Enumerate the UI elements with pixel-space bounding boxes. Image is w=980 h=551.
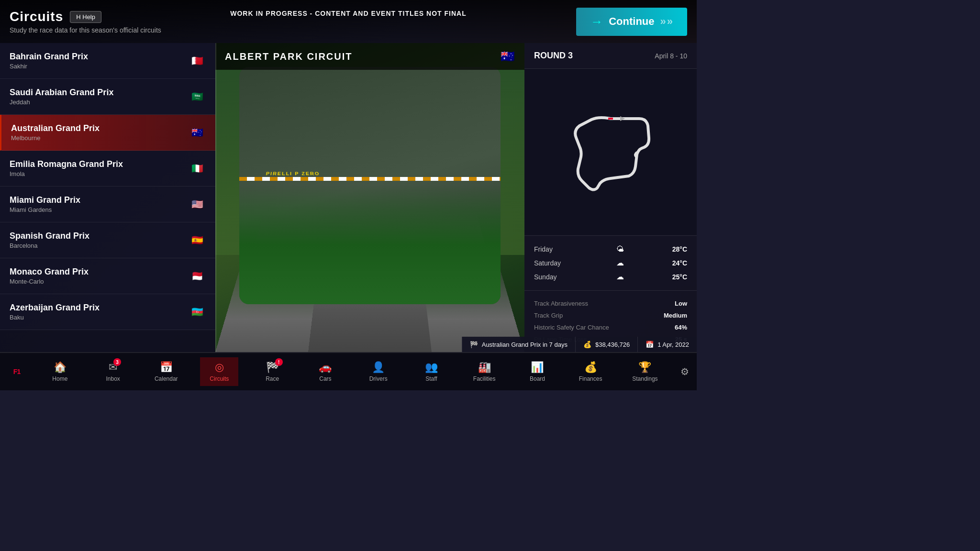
circuit-flag-bahrain: 🇧🇭 <box>189 55 206 66</box>
circuit-image-section: ALBERT PARK CIRCUIT 🇦🇺 <box>215 43 524 352</box>
page-subtitle: Study the race data for this season's of… <box>10 26 161 34</box>
circuit-location-emilia: Imola <box>10 170 189 177</box>
divider <box>215 43 216 352</box>
nav-label-drivers: Drivers <box>369 375 388 382</box>
nav-item-standings[interactable]: 🏆 Standings <box>624 357 665 386</box>
circuit-flag-emilia: 🇮🇹 <box>189 163 206 174</box>
circuit-country-flag: 🇦🇺 <box>501 50 515 63</box>
status-bar: 🏁 Australian Grand Prix in 7 days 💰 $38,… <box>462 337 697 352</box>
circuit-flag-monaco: 🇲🇨 <box>189 270 206 282</box>
event-icon: 🏁 <box>470 341 478 348</box>
wip-notice: WORK IN PROGRESS - CONTENT AND EVENT TIT… <box>230 10 466 17</box>
nav-icon-calendar: 📅 <box>160 361 173 374</box>
bottom-nav: F1 🏠 Home ✉ 3 Inbox 📅 Calendar ◎ <box>0 352 697 390</box>
continue-arrow-icon: → <box>590 14 603 29</box>
nav-item-facilities[interactable]: 🏭 Facilities <box>465 357 503 386</box>
f1-logo: F1 <box>0 368 33 375</box>
nav-icon-board: 📊 <box>531 361 544 374</box>
circuit-item-emilia[interactable]: Emilia Romagna Grand Prix Imola 🇮🇹 <box>0 151 215 187</box>
circuit-name-emilia: Emilia Romagna Grand Prix <box>10 159 189 169</box>
circuit-location-australia: Melbourne <box>11 134 189 142</box>
circuit-item-miami[interactable]: Miami Grand Prix Miami Gardens 🇺🇸 <box>0 187 215 222</box>
nav-icon-cars: 🚗 <box>319 361 332 374</box>
nav-label-home: Home <box>52 375 67 382</box>
circuit-flag-miami: 🇺🇸 <box>189 198 206 210</box>
circuit-item-saudi[interactable]: Saudi Arabian Grand Prix Jeddah 🇸🇦 <box>0 79 215 115</box>
friday-label: Friday <box>534 245 572 253</box>
nav-item-inbox[interactable]: ✉ 3 Inbox <box>94 357 132 386</box>
circuit-name-spanish: Spanish Grand Prix <box>10 231 189 241</box>
circuit-info-saudi: Saudi Arabian Grand Prix Jeddah <box>10 88 189 106</box>
weather-section: Friday 🌤 28°C Saturday ☁ 24°C Sunday ☁ 2… <box>524 235 697 290</box>
circuit-info-emilia: Emilia Romagna Grand Prix Imola <box>10 159 189 177</box>
nav-settings-button[interactable]: ⚙ <box>673 366 697 377</box>
nav-items: 🏠 Home ✉ 3 Inbox 📅 Calendar ◎ Circuits <box>33 357 673 386</box>
status-event: 🏁 Australian Grand Prix in 7 days <box>462 337 575 352</box>
circuit-info-spanish: Spanish Grand Prix Barcelona <box>10 231 189 249</box>
circuit-location-spanish: Barcelona <box>10 242 189 249</box>
circuit-name-australia: Australian Grand Prix <box>11 123 189 133</box>
circuit-location-azerbaijan: Baku <box>10 314 189 321</box>
nav-item-drivers[interactable]: 👤 Drivers <box>359 357 398 386</box>
help-button[interactable]: H Help <box>70 11 101 23</box>
circuit-image-title: ALBERT PARK CIRCUIT <box>225 51 353 62</box>
circuit-item-australia[interactable]: Australian Grand Prix Melbourne 🇦🇺 <box>0 115 215 151</box>
track-map-svg <box>563 109 658 195</box>
right-panel: ROUND 3 April 8 - 10 Fr <box>524 43 697 352</box>
circuit-item-azerbaijan[interactable]: Azerbaijan Grand Prix Baku 🇦🇿 <box>0 294 215 330</box>
nav-item-staff[interactable]: 👥 Staff <box>412 357 450 386</box>
saturday-temp: 24°C <box>672 259 687 267</box>
saturday-label: Saturday <box>534 259 572 267</box>
nav-icon-drivers: 👤 <box>372 361 385 374</box>
chevrons: »» <box>660 15 673 28</box>
continue-label: Continue <box>609 15 654 28</box>
abrasiveness-value: Low <box>675 300 687 307</box>
status-money: 💰 $38,436,726 <box>575 337 637 352</box>
continue-button[interactable]: → Continue »» <box>576 8 687 36</box>
circuit-item-spanish[interactable]: Spanish Grand Prix Barcelona 🇪🇸 <box>0 222 215 258</box>
circuit-flag-azerbaijan: 🇦🇿 <box>189 306 206 318</box>
calendar-icon: 📅 <box>646 341 654 348</box>
nav-badge-inbox: 3 <box>113 358 121 366</box>
nav-item-calendar[interactable]: 📅 Calendar <box>147 357 186 386</box>
money-icon: 💰 <box>583 341 591 348</box>
round-date: April 8 - 10 <box>655 52 687 60</box>
page-header: Circuits H Help Study the race data for … <box>10 9 161 34</box>
circuit-detail-panel: ALBERT PARK CIRCUIT 🇦🇺 <box>215 43 697 352</box>
nav-label-standings: Standings <box>632 375 657 382</box>
nav-item-finances[interactable]: 💰 Finances <box>571 357 610 386</box>
svg-marker-1 <box>620 116 625 121</box>
nav-icon-standings: 🏆 <box>638 361 651 374</box>
nav-label-finances: Finances <box>579 375 602 382</box>
circuit-item-monaco[interactable]: Monaco Grand Prix Monte-Carlo 🇲🇨 <box>0 258 215 294</box>
status-event-text: Australian Grand Prix in 7 days <box>482 341 568 348</box>
nav-item-circuits[interactable]: ◎ Circuits <box>200 357 238 386</box>
weather-saturday: Saturday ☁ 24°C <box>534 256 687 270</box>
sunday-label: Sunday <box>534 273 572 281</box>
circuit-info-azerbaijan: Azerbaijan Grand Prix Baku <box>10 303 189 321</box>
nav-label-calendar: Calendar <box>155 375 178 382</box>
circuit-image: PIRELLI P ZERO <box>215 43 524 352</box>
status-date-value: 1 Apr, 2022 <box>657 341 689 348</box>
circuit-info-monaco: Monaco Grand Prix Monte-Carlo <box>10 267 189 285</box>
top-bar: Circuits H Help Study the race data for … <box>0 0 697 43</box>
circuit-item-bahrain[interactable]: Bahrain Grand Prix Sakhir 🇧🇭 <box>0 43 215 79</box>
nav-item-race[interactable]: 🏁 ! Race <box>253 357 291 386</box>
nav-label-cars: Cars <box>319 375 331 382</box>
track-road: PIRELLI P ZERO <box>215 43 524 352</box>
nav-icon-home: 🏠 <box>54 361 67 374</box>
friday-icon: 🌤 <box>616 245 624 253</box>
nav-item-cars[interactable]: 🚗 Cars <box>306 357 345 386</box>
friday-temp: 28°C <box>672 245 687 253</box>
status-money-value: $38,436,726 <box>595 341 630 348</box>
circuit-name-saudi: Saudi Arabian Grand Prix <box>10 88 189 98</box>
nav-label-inbox: Inbox <box>106 375 120 382</box>
circuit-image-header: ALBERT PARK CIRCUIT 🇦🇺 <box>215 43 524 70</box>
circuit-flag-australia: 🇦🇺 <box>189 127 206 138</box>
saturday-icon: ☁ <box>616 258 624 267</box>
nav-item-board[interactable]: 📊 Board <box>518 357 557 386</box>
nav-icon-facilities: 🏭 <box>478 361 491 374</box>
nav-item-home[interactable]: 🏠 Home <box>41 357 79 386</box>
grip-row: Track Grip Medium <box>534 309 687 321</box>
circuit-name-azerbaijan: Azerbaijan Grand Prix <box>10 303 189 313</box>
